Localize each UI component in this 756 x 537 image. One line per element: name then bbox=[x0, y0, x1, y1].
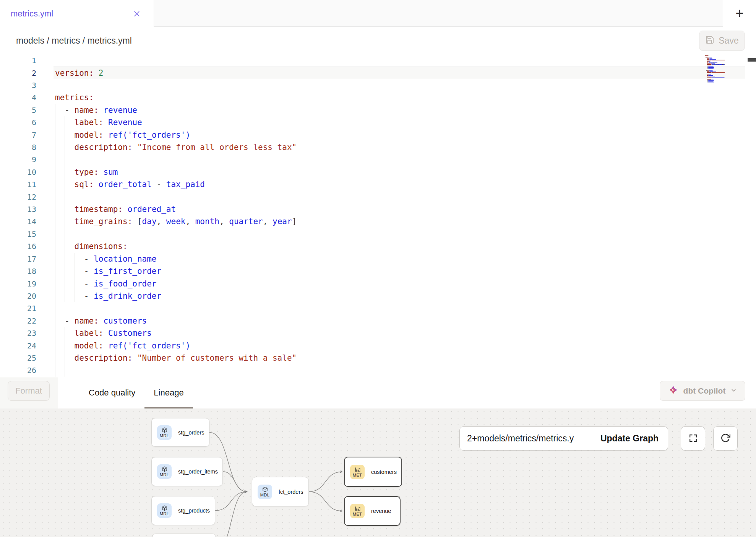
tab-metrics-yml[interactable]: metrics.yml bbox=[0, 0, 154, 27]
code-line[interactable]: 25 description: "Number of customers wit… bbox=[0, 352, 756, 364]
code-line[interactable]: 19 - is_food_order bbox=[0, 277, 756, 290]
indent-guide bbox=[55, 190, 55, 203]
code-line[interactable]: 18 - is_first_order bbox=[0, 265, 756, 277]
indent-guide bbox=[55, 302, 55, 314]
code-line-text: sql: order_total - tax_paid bbox=[55, 180, 205, 189]
lineage-node-stg_orders[interactable]: MDLstg_orders bbox=[151, 418, 209, 447]
lineage-node-fct_orders[interactable]: MDLfct_orders bbox=[252, 477, 309, 506]
lineage-node-revenue[interactable]: METrevenue bbox=[344, 496, 401, 526]
code-editor[interactable]: 12version: 234metrics:5 - name: revenue6… bbox=[0, 54, 756, 377]
code-line[interactable]: 20 - is_drink_order bbox=[0, 290, 756, 302]
path-bar: models / metrics / metrics.yml Save bbox=[0, 27, 756, 54]
code-line[interactable]: 8 description: "Income from all orders l… bbox=[0, 141, 756, 153]
line-number: 25 bbox=[0, 353, 55, 363]
code-line-text: - is_first_order bbox=[55, 267, 161, 276]
code-line-text: - name: revenue bbox=[55, 106, 137, 115]
line-number: 18 bbox=[0, 267, 55, 276]
code-line[interactable]: 15 bbox=[0, 228, 756, 240]
indent-guide bbox=[65, 228, 65, 240]
code-line-text: - location_name bbox=[55, 254, 157, 264]
bar-chart-icon bbox=[355, 467, 360, 472]
dbt-copilot-label: dbt Copilot bbox=[683, 386, 726, 395]
line-number: 24 bbox=[0, 341, 55, 350]
lineage-node-customers[interactable]: METcustomers bbox=[344, 457, 402, 487]
code-line[interactable]: 22 - name: customers bbox=[0, 315, 756, 327]
update-graph-button[interactable]: Update Graph bbox=[591, 427, 668, 450]
code-line[interactable]: 6 label: Revenue bbox=[0, 116, 756, 129]
code-line[interactable]: 7 model: ref('fct_orders') bbox=[0, 129, 756, 141]
code-line[interactable]: 17 - location_name bbox=[0, 253, 756, 265]
line-number: 22 bbox=[0, 316, 55, 325]
indent-guide bbox=[55, 364, 55, 376]
line-number: 23 bbox=[0, 329, 55, 338]
code-line[interactable]: 3 bbox=[0, 79, 756, 91]
tab-bar: metrics.yml + bbox=[0, 0, 756, 27]
line-number: 12 bbox=[0, 192, 55, 202]
model-badge: MDL bbox=[157, 503, 172, 518]
cube-icon bbox=[162, 427, 167, 433]
close-icon[interactable] bbox=[133, 10, 141, 18]
badge-label: MET bbox=[353, 473, 362, 477]
dbt-copilot-button[interactable]: dbt Copilot bbox=[660, 381, 745, 401]
line-number: 11 bbox=[0, 180, 55, 189]
code-line[interactable]: 10 type: sum bbox=[0, 166, 756, 178]
code-line[interactable]: 5 - name: revenue bbox=[0, 104, 756, 116]
indent-guide bbox=[55, 228, 55, 240]
model-badge: MDL bbox=[157, 425, 172, 440]
badge-label: MDL bbox=[160, 511, 169, 516]
code-line-text: version: 2 bbox=[55, 68, 103, 78]
line-number: 4 bbox=[0, 93, 55, 102]
line-number: 14 bbox=[0, 217, 55, 226]
code-line[interactable]: 24 model: ref('fct_orders') bbox=[0, 339, 756, 351]
tab-lineage[interactable]: Lineage bbox=[144, 377, 193, 408]
code-line[interactable]: 16 dimensions: bbox=[0, 240, 756, 252]
new-tab-button[interactable]: + bbox=[723, 0, 756, 27]
lineage-graph[interactable]: MDLstg_ordersMDLstg_order_itemsMDLstg_pr… bbox=[0, 408, 756, 537]
code-line[interactable]: 21 bbox=[0, 302, 756, 314]
code-line[interactable]: 26 bbox=[0, 364, 756, 376]
code-line-text: metrics: bbox=[55, 93, 94, 102]
refresh-button[interactable] bbox=[713, 426, 738, 451]
line-number: 8 bbox=[0, 143, 55, 152]
code-line-text: model: ref('fct_orders') bbox=[55, 341, 190, 350]
node-label: fct_orders bbox=[279, 489, 303, 495]
line-number: 7 bbox=[0, 130, 55, 140]
cube-icon bbox=[262, 487, 268, 492]
metric-badge: MET bbox=[350, 465, 365, 479]
lineage-filter-input[interactable] bbox=[460, 427, 591, 450]
code-line[interactable]: 23 label: Customers bbox=[0, 327, 756, 339]
code-line[interactable]: 14 time_grains: [day, week, month, quart… bbox=[0, 215, 756, 228]
code-line[interactable]: 12 bbox=[0, 190, 756, 203]
format-button[interactable]: Format bbox=[8, 381, 50, 401]
fullscreen-button[interactable] bbox=[681, 426, 705, 451]
code-line-text: time_grains: [day, week, month, quarter,… bbox=[55, 217, 297, 226]
line-number: 6 bbox=[0, 118, 55, 127]
code-line-text: model: ref('fct_orders') bbox=[55, 130, 190, 140]
save-icon bbox=[705, 35, 714, 47]
dbt-copilot-icon bbox=[668, 385, 678, 397]
code-line[interactable]: 13 timestamp: ordered_at bbox=[0, 203, 756, 215]
ide-window: metrics.yml + models / metrics / metrics… bbox=[0, 0, 756, 537]
code-line[interactable]: 11 sql: order_total - tax_paid bbox=[0, 178, 756, 190]
tab-code-quality[interactable]: Code quality bbox=[79, 377, 144, 408]
minimap[interactable] bbox=[704, 54, 729, 104]
code-line[interactable]: 9 bbox=[0, 153, 756, 166]
lineage-node-stg_offscreen[interactable]: MDL bbox=[152, 534, 216, 537]
lineage-node-stg_order_items[interactable]: MDLstg_order_items bbox=[151, 457, 223, 486]
scrollbar-thumb[interactable] bbox=[748, 58, 756, 62]
code-line-text: - is_food_order bbox=[55, 279, 157, 288]
code-line[interactable]: 2version: 2 bbox=[0, 67, 756, 79]
line-number: 26 bbox=[0, 366, 55, 375]
code-line-text: type: sum bbox=[55, 168, 118, 177]
indent-guide bbox=[55, 153, 55, 166]
lineage-node-stg_products[interactable]: MDLstg_products bbox=[151, 496, 215, 525]
scrollbar-track[interactable] bbox=[747, 54, 756, 377]
save-button[interactable]: Save bbox=[699, 31, 745, 51]
cube-icon bbox=[162, 466, 167, 472]
lineage-filter-group: Update Graph bbox=[459, 426, 668, 451]
code-line-text: description: "Number of customers with a… bbox=[55, 353, 297, 363]
code-line[interactable]: 4metrics: bbox=[0, 91, 756, 104]
code-line-text: description: "Income from all orders les… bbox=[55, 143, 297, 152]
code-line[interactable]: 1 bbox=[0, 54, 756, 67]
code-line-text: dimensions: bbox=[55, 242, 128, 251]
